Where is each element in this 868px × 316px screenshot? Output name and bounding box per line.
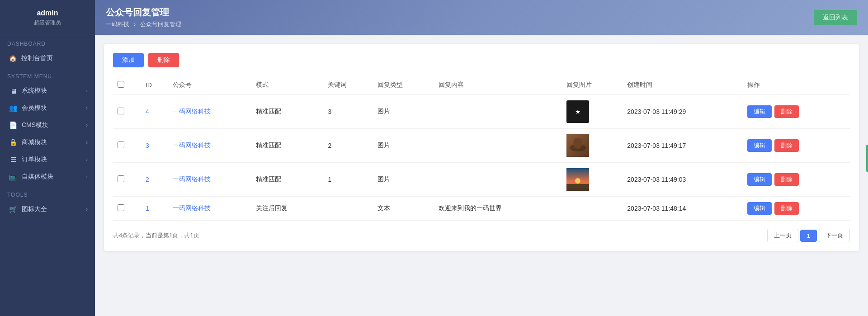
cell-id[interactable]: 4 bbox=[141, 95, 168, 129]
col-created-time: 创建时间 bbox=[623, 75, 742, 95]
chevron-right-icon-6: › bbox=[86, 174, 88, 180]
cell-reply-type: 图片 bbox=[373, 129, 434, 163]
col-gzh: 公众号 bbox=[168, 75, 251, 95]
row-checkbox[interactable] bbox=[118, 141, 124, 148]
cell-keyword: 1 bbox=[323, 163, 373, 197]
add-button[interactable]: 添加 bbox=[113, 53, 144, 67]
edit-button[interactable]: 编辑 bbox=[747, 173, 772, 186]
current-page-button[interactable]: 1 bbox=[800, 230, 817, 242]
sidebar-item-shop[interactable]: 🔒 商城模块 › bbox=[0, 134, 95, 151]
svg-rect-6 bbox=[566, 184, 589, 191]
sidebar-item-order[interactable]: ☰ 订单模块 › bbox=[0, 151, 95, 168]
delete-button[interactable]: 删除 bbox=[774, 105, 799, 118]
cell-reply-image bbox=[562, 197, 623, 221]
col-checkbox bbox=[113, 75, 141, 95]
select-all-checkbox[interactable] bbox=[118, 81, 124, 88]
toolbar: 添加 删除 bbox=[113, 53, 850, 67]
edit-button[interactable]: 编辑 bbox=[747, 139, 772, 152]
cell-reply-image bbox=[562, 129, 623, 163]
reply-image-thumbnail: ★ bbox=[566, 100, 589, 123]
svg-text:★: ★ bbox=[575, 108, 580, 115]
sidebar-item-member[interactable]: 👥 会员模块 › bbox=[0, 99, 95, 117]
media-icon: 📺 bbox=[9, 173, 17, 181]
cell-id[interactable]: 3 bbox=[141, 129, 168, 163]
cell-actions: 编辑删除 bbox=[743, 163, 850, 197]
pagination-area: 共4条记录，当前是第1页，共1页 上一页 1 下一页 bbox=[113, 229, 850, 242]
pagination-info: 共4条记录，当前是第1页，共1页 bbox=[113, 231, 199, 240]
main-card: 添加 删除 ID 公众号 模式 关键词 回复类型 回复内容 回复图片 创建时间 bbox=[104, 44, 859, 251]
sidebar-item-icons[interactable]: 🛒 图标大全 › bbox=[0, 201, 95, 218]
row-checkbox[interactable] bbox=[118, 204, 124, 211]
reply-image-thumbnail bbox=[566, 134, 589, 157]
user-role: 超级管理员 bbox=[0, 19, 95, 27]
sidebar-item-media[interactable]: 📺 自媒体模块 › bbox=[0, 168, 95, 185]
sidebar: admin 超级管理员 DASHBOARD 🏠 控制台首页 SYSTEM MEN… bbox=[0, 0, 95, 316]
main-area: 公众号回复管理 一码科技 › 公众号回复管理 返回列表 添加 删除 ID bbox=[95, 0, 868, 316]
cell-mode: 精准匹配 bbox=[251, 163, 323, 197]
cell-keyword bbox=[323, 197, 373, 221]
chevron-right-icon-5: › bbox=[86, 156, 88, 163]
data-table: ID 公众号 模式 关键词 回复类型 回复内容 回复图片 创建时间 操作 4一码… bbox=[113, 75, 850, 221]
sidebar-item-cms[interactable]: 📄 CMS模块 › bbox=[0, 117, 95, 134]
bulk-delete-button[interactable]: 删除 bbox=[148, 53, 179, 67]
svg-point-4 bbox=[573, 138, 582, 149]
cell-mode: 关注后回复 bbox=[251, 197, 323, 221]
cell-actions: 编辑删除 bbox=[743, 95, 850, 129]
sidebar-item-dashboard[interactable]: 🏠 控制台首页 bbox=[0, 50, 95, 67]
delete-button[interactable]: 删除 bbox=[774, 139, 799, 152]
cell-gzh: 一码网络科技 bbox=[168, 197, 251, 221]
table-row: 2一码网络科技精准匹配1图片2023-07-03 11:49:03编辑删除 bbox=[113, 163, 850, 197]
next-page-button[interactable]: 下一页 bbox=[819, 229, 850, 242]
member-icon: 👥 bbox=[9, 104, 17, 112]
cell-actions: 编辑删除 bbox=[743, 197, 850, 221]
icons-label: 图标大全 bbox=[22, 205, 47, 213]
username: admin bbox=[0, 9, 95, 17]
delete-button[interactable]: 删除 bbox=[774, 173, 799, 186]
system-menu-section-label: SYSTEM MENU bbox=[0, 67, 95, 82]
breadcrumb-separator: › bbox=[134, 21, 137, 28]
svg-point-7 bbox=[575, 178, 580, 184]
cell-id[interactable]: 1 bbox=[141, 197, 168, 221]
breadcrumb: 一码科技 › 公众号回复管理 bbox=[106, 20, 181, 28]
chevron-right-icon-7: › bbox=[86, 206, 88, 212]
cell-created-time: 2023-07-03 11:49:03 bbox=[623, 163, 742, 197]
delete-button[interactable]: 删除 bbox=[774, 202, 799, 215]
col-keyword: 关键词 bbox=[323, 75, 373, 95]
cell-created-time: 2023-07-03 11:49:17 bbox=[623, 129, 742, 163]
system-icon: 🖥 bbox=[9, 87, 17, 95]
return-button[interactable]: 返回列表 bbox=[814, 10, 857, 25]
dashboard-section-label: DASHBOARD bbox=[0, 34, 95, 50]
chevron-right-icon-4: › bbox=[86, 139, 88, 146]
order-icon: ☰ bbox=[9, 156, 17, 164]
sidebar-item-system[interactable]: 🖥 系统模块 › bbox=[0, 82, 95, 99]
col-reply-image: 回复图片 bbox=[562, 75, 623, 95]
pagination-buttons: 上一页 1 下一页 bbox=[767, 229, 850, 242]
icons-icon: 🛒 bbox=[9, 205, 17, 213]
cell-actions: 编辑删除 bbox=[743, 129, 850, 163]
cell-reply-content bbox=[434, 129, 562, 163]
edit-button[interactable]: 编辑 bbox=[747, 202, 772, 215]
prev-page-button[interactable]: 上一页 bbox=[767, 229, 798, 242]
page-title: 公众号回复管理 bbox=[106, 6, 181, 19]
cell-gzh: 一码网络科技 bbox=[168, 163, 251, 197]
col-id: ID bbox=[141, 75, 168, 95]
tools-section-label: TOOLS bbox=[0, 185, 95, 201]
cell-created-time: 2023-07-03 11:49:29 bbox=[623, 95, 742, 129]
cell-reply-content bbox=[434, 95, 562, 129]
col-actions: 操作 bbox=[743, 75, 850, 95]
row-checkbox[interactable] bbox=[118, 175, 124, 182]
cell-mode: 精准匹配 bbox=[251, 129, 323, 163]
cell-id[interactable]: 2 bbox=[141, 163, 168, 197]
cell-reply-type: 文本 bbox=[373, 197, 434, 221]
chevron-right-icon-3: › bbox=[86, 122, 88, 128]
breadcrumb-current: 公众号回复管理 bbox=[140, 21, 181, 28]
dashboard-item-label: 控制台首页 bbox=[21, 54, 53, 62]
media-label: 自媒体模块 bbox=[22, 173, 53, 181]
cell-created-time: 2023-07-03 11:48:14 bbox=[623, 197, 742, 221]
edit-button[interactable]: 编辑 bbox=[747, 105, 772, 118]
row-checkbox[interactable] bbox=[118, 108, 124, 114]
cell-keyword: 2 bbox=[323, 129, 373, 163]
col-reply-content: 回复内容 bbox=[434, 75, 562, 95]
home-icon: 🏠 bbox=[9, 55, 17, 62]
order-label: 订单模块 bbox=[22, 156, 47, 164]
